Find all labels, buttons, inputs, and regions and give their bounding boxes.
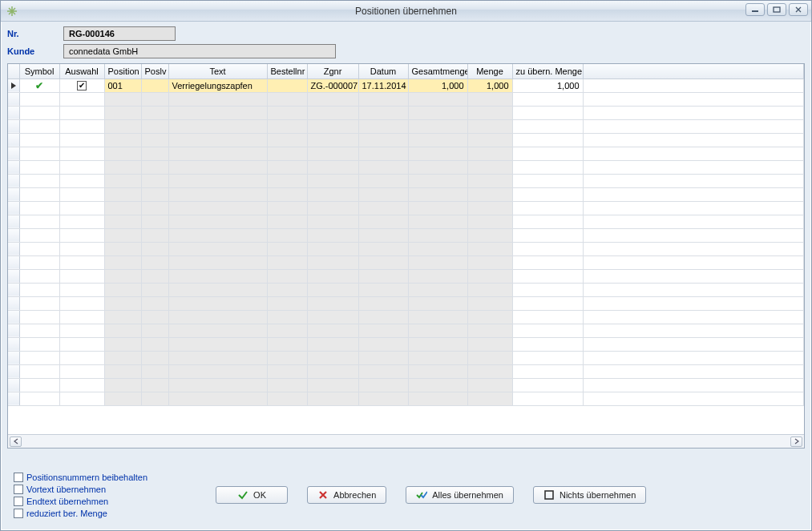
cell-zgnr [307,310,358,324]
cell-menge [467,283,512,296]
row-indicator [8,310,19,324]
cell-gesamtmenge [408,215,467,228]
col-auswahl[interactable]: Auswahl [59,64,104,78]
horizontal-scrollbar[interactable] [8,434,804,448]
cell-gesamtmenge [408,133,467,147]
col-zgnr[interactable]: Zgnr [307,64,358,78]
app-icon [6,5,18,18]
cell-zuubern [512,242,583,255]
cell-tail [583,283,804,296]
cell-datum [358,378,408,392]
cell-tail [583,187,804,201]
cell-tail [583,174,804,187]
cell-position [104,174,141,187]
col-menge[interactable]: Menge [467,64,512,78]
cell-text [168,160,267,174]
cell-menge [467,269,512,283]
col-datum[interactable]: Datum [358,64,408,78]
cell-position [104,337,141,351]
cell-menge [467,378,512,392]
cancel-button[interactable]: Abbrechen [307,486,386,504]
cell-tail [583,392,804,405]
cell-position: 001 [104,78,141,92]
maximize-button[interactable] [767,3,786,16]
cell-menge [467,255,512,269]
cell-poslv [141,228,168,242]
content-area: Nr. RG-000146 Kunde connedata GmbH [1,22,811,530]
square-icon [543,489,555,501]
cell-poslv [141,351,168,364]
cell-menge [467,296,512,310]
cell-zgnr [307,296,358,310]
cell-datum [358,324,408,337]
checkbox-icon[interactable] [14,473,23,482]
close-button[interactable] [789,3,808,16]
col-gesamtmenge[interactable]: Gesamtmenge [408,64,467,78]
col-poslv[interactable]: Poslv [141,64,168,78]
cancel-label: Abbrechen [333,490,376,500]
cell-zgnr [307,392,358,405]
cell-zgnr [307,119,358,133]
take-none-button[interactable]: Nichts übernehmen [533,486,646,504]
cell-datum [358,392,408,405]
table-row [8,351,804,364]
cell-symbol [19,133,59,147]
cell-position [104,310,141,324]
cell-zuubern[interactable]: 1,000 [512,78,583,92]
row-indicator [8,215,19,228]
cell-auswahl [59,283,104,296]
cell-symbol [19,92,59,106]
col-zuubern[interactable]: zu übern. Menge [512,64,583,78]
checkbox-icon[interactable] [14,497,23,506]
cell-text [168,392,267,405]
cell-text [168,228,267,242]
minimize-button[interactable] [745,3,765,16]
scroll-track[interactable] [22,436,790,447]
cell-datum [358,174,408,187]
kunde-field[interactable]: connedata GmbH [63,44,336,58]
cell-zuubern [512,174,583,187]
col-text[interactable]: Text [168,64,267,78]
table-row[interactable]: ✔✔001VerriegelungszapfenZG.-00000717.11.… [8,78,804,92]
cell-position [104,296,141,310]
checkbox-icon[interactable]: ✔ [77,81,87,91]
cell-tail [583,324,804,337]
cell-symbol [19,187,59,201]
cell-text [168,133,267,147]
take-all-button[interactable]: Alles übernehmen [406,486,514,504]
cell-menge [467,324,512,337]
cell-bestellnr [267,119,307,133]
opt-endtext[interactable]: Endtext übernehmen [14,495,147,507]
cell-zgnr [307,133,358,147]
checkbox-icon[interactable] [14,485,23,494]
opt-keep-posnr[interactable]: Positionsnummern beibehalten [14,471,147,483]
take-none-label: Nichts übernehmen [560,490,636,500]
cell-zuubern [512,228,583,242]
row-indicator [8,269,19,283]
scroll-right-button[interactable] [790,436,802,447]
scroll-left-button[interactable] [10,436,22,447]
table-row [8,147,804,160]
col-bestellnr[interactable]: Bestellnr [267,64,307,78]
opt-vortext[interactable]: Vortext übernehmen [14,483,147,495]
opt-reduziert[interactable]: reduziert ber. Menge [14,507,147,519]
cell-poslv [141,255,168,269]
cell-auswahl [59,187,104,201]
cell-datum [358,133,408,147]
cell-auswahl[interactable]: ✔ [59,78,104,92]
col-position[interactable]: Position [104,64,141,78]
checkbox-icon[interactable] [14,509,23,518]
positions-table[interactable]: Symbol Auswahl Position Poslv Text Beste… [8,64,804,406]
ok-button[interactable]: OK [216,486,288,504]
cell-tail [583,351,804,364]
cell-auswahl [59,255,104,269]
col-symbol[interactable]: Symbol [19,64,59,78]
cell-symbol [19,283,59,296]
cell-menge [467,133,512,147]
row-indicator-header [8,64,19,78]
cell-auswahl [59,337,104,351]
table-row [8,310,804,324]
cell-zuubern [512,133,583,147]
nr-field[interactable]: RG-000146 [63,26,176,41]
col-tail [583,64,804,78]
